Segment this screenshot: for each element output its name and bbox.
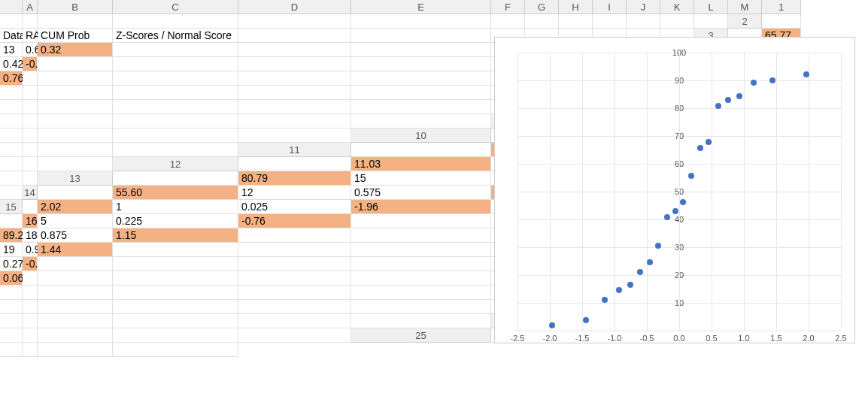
cell-D19[interactable]: 0.275 xyxy=(0,257,23,271)
cell-C16[interactable]: 5 xyxy=(38,214,113,228)
cell-H8[interactable] xyxy=(0,114,23,128)
col-header-F[interactable]: F xyxy=(491,0,525,14)
cell-K9[interactable] xyxy=(38,128,113,143)
cell-H18[interactable] xyxy=(351,243,491,257)
col-header-J[interactable]: J xyxy=(627,0,660,14)
cell-F20[interactable] xyxy=(23,271,38,286)
cell-K22[interactable] xyxy=(238,300,351,314)
cell-J7[interactable] xyxy=(113,100,238,114)
row-header-15[interactable]: 15 xyxy=(0,200,23,214)
cell-B1[interactable] xyxy=(23,14,38,29)
cell-M8[interactable] xyxy=(351,114,491,128)
cell-M11[interactable] xyxy=(38,157,113,171)
cell-J6[interactable] xyxy=(238,86,351,100)
cell-B12[interactable]: 11.03 xyxy=(351,157,491,171)
cell-I22[interactable] xyxy=(38,300,113,314)
col-header-L[interactable]: L xyxy=(694,0,728,14)
cell-L8[interactable] xyxy=(238,114,351,128)
cell-G6[interactable] xyxy=(23,86,38,100)
cell-D18[interactable]: 0.925 xyxy=(23,243,38,257)
cell-J1[interactable] xyxy=(593,14,627,29)
cell-I8[interactable] xyxy=(23,114,38,128)
cell-I21[interactable] xyxy=(113,286,238,300)
cell-F1[interactable] xyxy=(351,14,491,29)
cell-B2[interactable]: Data Set xyxy=(0,29,23,43)
cell-F21[interactable] xyxy=(0,286,23,300)
cell-L23[interactable] xyxy=(238,314,351,328)
cell-F2[interactable] xyxy=(238,29,351,43)
cell-K6[interactable] xyxy=(351,86,491,100)
col-header-I[interactable]: I xyxy=(593,0,627,14)
col-header-H[interactable]: H xyxy=(559,0,593,14)
row-header-11[interactable]: 11 xyxy=(238,143,351,157)
cell-D3[interactable]: 0.625 xyxy=(23,43,38,57)
cell-C17[interactable]: 18 xyxy=(23,228,38,243)
cell-L10[interactable] xyxy=(38,143,113,157)
cell-F17[interactable] xyxy=(238,228,351,243)
cell-F6[interactable] xyxy=(0,86,23,100)
cell-E2[interactable]: Z-Scores / Normal Score xyxy=(113,29,238,43)
cell-L24[interactable] xyxy=(113,328,238,343)
cell-M12[interactable] xyxy=(23,171,38,186)
col-header-B[interactable]: B xyxy=(38,0,113,14)
cell-H21[interactable] xyxy=(38,286,113,300)
col-header-E[interactable]: E xyxy=(351,0,491,14)
cell-L22[interactable] xyxy=(351,300,491,314)
cell-G4[interactable] xyxy=(113,57,238,71)
cell-A13[interactable] xyxy=(113,171,238,186)
col-header-D[interactable]: D xyxy=(238,0,351,14)
cell-H5[interactable] xyxy=(113,71,238,86)
cell-I6[interactable] xyxy=(113,86,238,100)
cell-H20[interactable] xyxy=(113,271,238,286)
cell-H3[interactable] xyxy=(351,43,491,57)
cell-G7[interactable] xyxy=(0,100,23,114)
cell-E1[interactable] xyxy=(238,14,351,29)
cell-A2[interactable] xyxy=(762,14,801,29)
cell-G2[interactable] xyxy=(351,29,491,43)
cell-C18[interactable]: 19 xyxy=(0,243,23,257)
cell-C14[interactable]: 12 xyxy=(238,186,351,200)
cell-J9[interactable] xyxy=(23,128,38,143)
cell-A12[interactable] xyxy=(238,157,351,171)
cell-A1[interactable] xyxy=(0,14,23,29)
cell-B17[interactable]: 89.29 xyxy=(0,228,23,243)
col-header-M[interactable]: M xyxy=(728,0,762,14)
cell-F4[interactable] xyxy=(38,57,113,71)
cell-A15[interactable] xyxy=(23,200,38,214)
cell-D17[interactable]: 0.875 xyxy=(38,228,113,243)
row-header-1[interactable]: 1 xyxy=(762,0,801,14)
cell-I9[interactable] xyxy=(0,128,23,143)
cell-H7[interactable] xyxy=(23,100,38,114)
cell-H23[interactable] xyxy=(0,314,23,328)
cell-G21[interactable] xyxy=(23,286,38,300)
cell-L7[interactable] xyxy=(351,100,491,114)
cell-D1[interactable] xyxy=(113,14,238,29)
cell-E16[interactable]: -0.76 xyxy=(238,214,351,228)
cell-K7[interactable] xyxy=(238,100,351,114)
cell-H4[interactable] xyxy=(238,57,351,71)
cell-G22[interactable] xyxy=(0,300,23,314)
cell-H1[interactable] xyxy=(525,14,559,29)
cell-E17[interactable]: 1.15 xyxy=(113,228,238,243)
cell-M1[interactable] xyxy=(694,14,728,29)
cell-A14[interactable] xyxy=(38,186,113,200)
cell-I4[interactable] xyxy=(351,57,491,71)
cell-K8[interactable] xyxy=(113,114,238,128)
cell-G19[interactable] xyxy=(113,257,238,271)
cell-I24[interactable] xyxy=(0,328,23,343)
cell-L9[interactable] xyxy=(113,128,238,143)
cell-K21[interactable] xyxy=(351,286,491,300)
cell-K1[interactable] xyxy=(627,14,660,29)
cell-J20[interactable] xyxy=(351,271,491,286)
cell-I23[interactable] xyxy=(23,314,38,328)
cell-A11[interactable] xyxy=(351,143,491,157)
cell-K10[interactable] xyxy=(23,143,38,157)
cell-F16[interactable] xyxy=(351,214,491,228)
cell-K25[interactable] xyxy=(23,343,38,357)
cell-E4[interactable]: -0.19 xyxy=(23,57,38,71)
cell-E5[interactable]: 0.76 xyxy=(0,71,23,86)
cell-G20[interactable] xyxy=(38,271,113,286)
cell-C3[interactable]: 13 xyxy=(0,43,23,57)
scatter-chart[interactable]: 102030405060708090100-2.5-2.0-1.5-1.0-0.… xyxy=(494,37,855,343)
cell-J23[interactable] xyxy=(38,314,113,328)
